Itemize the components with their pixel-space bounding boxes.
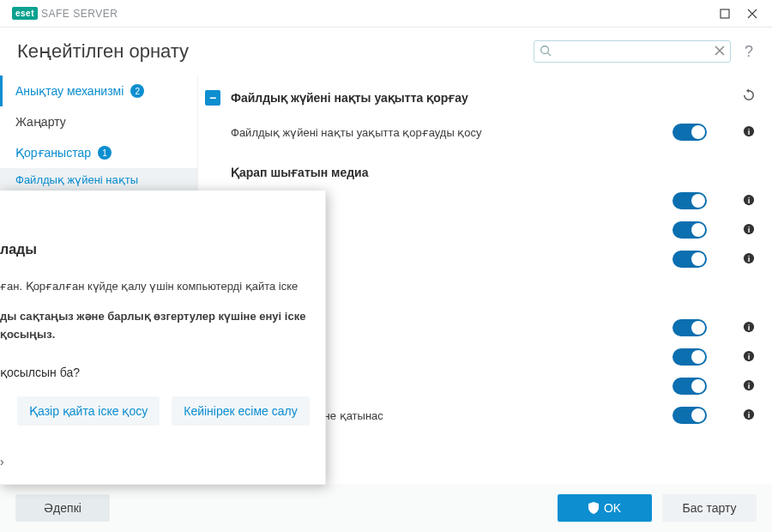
- info-icon[interactable]: i: [741, 194, 757, 209]
- toggle[interactable]: [672, 319, 707, 336]
- search-icon: [540, 45, 552, 59]
- toggle-enable-realtime[interactable]: [672, 124, 707, 141]
- svg-text:i: i: [748, 126, 751, 136]
- info-icon[interactable]: i: [741, 379, 757, 394]
- svg-text:i: i: [748, 253, 751, 263]
- svg-text:i: i: [748, 409, 751, 419]
- svg-text:i: i: [748, 322, 751, 331]
- dialog-text-2: ды сақтаңыз және барлық өзгертулер күшін…: [0, 308, 310, 344]
- dialog-title: лады: [0, 206, 310, 278]
- page-header: Кеңейтілген орнату ?: [0, 27, 772, 76]
- info-icon[interactable]: i: [741, 223, 757, 238]
- restart-dialog: лады ған. Қорғалған күйде қалу үшін комп…: [0, 190, 326, 485]
- cancel-button[interactable]: Бас тарту: [662, 494, 757, 522]
- default-button[interactable]: Әдепкі: [15, 494, 110, 522]
- sidebar-badge: 2: [130, 84, 144, 98]
- toggle[interactable]: [672, 348, 707, 366]
- window-maximize-icon[interactable]: [712, 3, 738, 24]
- sidebar-item-label: Анықтау механизмі: [15, 84, 124, 98]
- info-icon[interactable]: i: [741, 321, 757, 336]
- info-icon[interactable]: i: [741, 408, 757, 423]
- toggle[interactable]: [672, 192, 707, 209]
- setting-row: Файлдық жүйені нақты уақытта қорғауды қо…: [205, 118, 757, 147]
- svg-text:i: i: [748, 380, 751, 390]
- product-logo: eset SAFE SERVER: [12, 6, 118, 21]
- svg-rect-0: [721, 9, 729, 18]
- subsection-media: Қарап шығатын медиа: [205, 147, 757, 186]
- product-name: SAFE SERVER: [41, 8, 118, 20]
- section-title: Файлдық жүйені нақты уақытта қорғау: [231, 91, 468, 105]
- dialog-text-1: ған. Қорғалған күйде қалу үшін компьютер…: [0, 278, 310, 296]
- help-button[interactable]: ?: [738, 43, 760, 61]
- footer: Әдепкі OK Бас тарту: [0, 484, 772, 532]
- svg-text:i: i: [748, 351, 751, 360]
- sidebar-item-label: Қорғаныстар: [15, 146, 91, 160]
- svg-point-1: [541, 46, 549, 54]
- page-title: Кеңейтілген орнату: [17, 40, 189, 63]
- sidebar-badge: 1: [98, 146, 112, 160]
- info-icon[interactable]: i: [741, 252, 757, 267]
- svg-text:i: i: [748, 224, 751, 233]
- clear-search-icon[interactable]: [715, 45, 725, 58]
- window-close-icon[interactable]: [739, 3, 765, 24]
- dialog-question: қосылсын ба?: [0, 366, 310, 379]
- search-input[interactable]: [534, 40, 731, 63]
- titlebar: eset SAFE SERVER: [0, 0, 772, 27]
- svg-text:i: i: [748, 195, 751, 204]
- restart-now-button[interactable]: Қазір қайта іске қосу: [17, 396, 160, 426]
- sidebar-item-protections[interactable]: Қорғаныстар 1: [0, 137, 197, 168]
- toggle[interactable]: [672, 378, 707, 395]
- search-box[interactable]: [534, 40, 731, 63]
- ok-button[interactable]: OK: [558, 494, 652, 522]
- toggle[interactable]: [672, 221, 707, 239]
- remind-later-button[interactable]: Кейінірек есіме салу: [172, 396, 309, 426]
- logo-mark: eset: [12, 7, 38, 20]
- shield-icon: [588, 502, 599, 514]
- sidebar-item-update[interactable]: Жаңарту: [0, 106, 197, 137]
- collapse-icon[interactable]: −: [205, 90, 220, 106]
- toggle[interactable]: [672, 407, 707, 424]
- info-icon[interactable]: i: [741, 350, 757, 365]
- toggle[interactable]: [672, 251, 707, 268]
- ok-button-label: OK: [604, 501, 621, 515]
- sidebar-item-detection-engine[interactable]: Анықтау механизмі 2: [0, 76, 197, 106]
- sidebar-item-label: Жаңарту: [15, 115, 66, 129]
- revert-icon[interactable]: [741, 88, 757, 107]
- setting-label: Файлдық жүйені нақты уақытта қорғауды қо…: [231, 126, 672, 139]
- dialog-footer-mark: ›: [0, 441, 310, 469]
- info-icon[interactable]: i: [741, 125, 757, 140]
